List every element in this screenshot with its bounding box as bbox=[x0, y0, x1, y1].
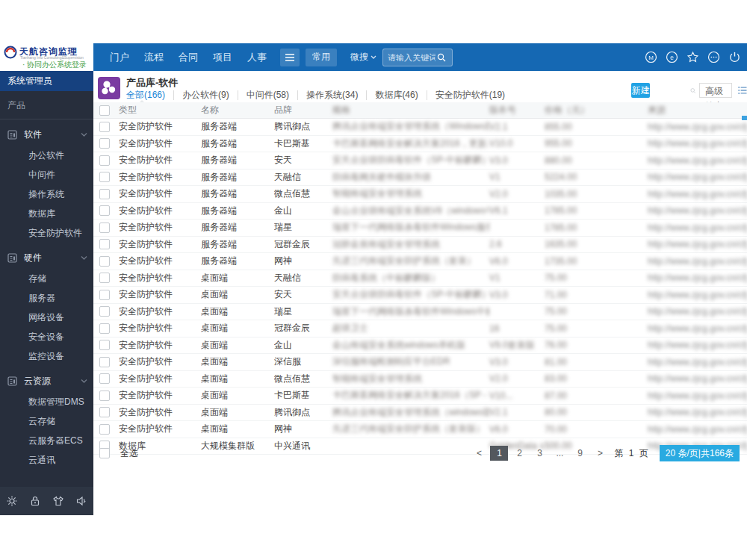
power-icon[interactable] bbox=[728, 51, 741, 63]
next-page-button[interactable]: > bbox=[591, 446, 609, 461]
nav-item[interactable]: 门户 bbox=[102, 51, 137, 64]
page-size-button[interactable]: 20 条/页|共166条 bbox=[660, 445, 740, 461]
table-row[interactable]: 安全防护软件桌面端微点佰慧智能终端安全管理系统V2.083.00http://w… bbox=[93, 371, 747, 388]
page-button-2[interactable]: 2 bbox=[510, 446, 528, 461]
row-checkbox[interactable] bbox=[99, 155, 110, 166]
tab-全部(166)[interactable]: 全部(166) bbox=[126, 90, 173, 100]
table-row[interactable]: 安全防护软件服务器端腾讯御点腾讯企业终端安全管理系统（Windows版）V2.1… bbox=[93, 119, 747, 136]
row-checkbox[interactable] bbox=[99, 290, 110, 300]
table-search-input[interactable] bbox=[657, 85, 690, 96]
speaker-icon[interactable] bbox=[75, 495, 87, 507]
table-row[interactable]: 安全防护软件服务器端卡巴斯基卡巴斯基网络安全解决方案2016，更新...V10.… bbox=[93, 136, 747, 153]
row-checkbox[interactable] bbox=[99, 391, 110, 401]
table-row[interactable]: 安全防护软件桌面端安天安天企业级防病毒软件（SP-中标麒麟）V3.0V3.071… bbox=[93, 287, 747, 304]
sidebar-group-硬件[interactable]: 硬件 bbox=[0, 246, 93, 269]
nav-item[interactable]: 人事 bbox=[240, 51, 274, 64]
row-checkbox[interactable] bbox=[99, 273, 110, 283]
tab-办公软件(9)[interactable]: 办公软件(9) bbox=[173, 90, 238, 100]
message-circle-icon[interactable]: e bbox=[666, 51, 678, 63]
sidebar-item-办公软件[interactable]: 办公软件 bbox=[0, 146, 93, 165]
row-checkbox[interactable] bbox=[99, 256, 110, 267]
sidebar: 系统管理员 产品 软件办公软件中间件操作系统数据库安全防护软件硬件存储服务器网络… bbox=[0, 71, 93, 515]
row-checkbox[interactable] bbox=[99, 189, 110, 199]
table-row[interactable]: 安全防护软件服务器端安天安天企业级防病毒软件（SP-中标麒麟）V3.0880.0… bbox=[93, 152, 747, 169]
advanced-search-button[interactable]: 高级搜索 bbox=[699, 83, 732, 98]
oa-login-link[interactable]: · 协同办公系统登录 bbox=[22, 60, 87, 70]
table-row[interactable]: 安全防护软件桌面端冠群金辰超级卫士1675.00http://www.zjcg.… bbox=[93, 320, 747, 337]
scrollbar-thumb[interactable] bbox=[742, 116, 747, 120]
sidebar-item-云存储[interactable]: 云存储 bbox=[0, 411, 93, 431]
row-checkbox[interactable] bbox=[99, 223, 110, 233]
sidebar-item-网络设备[interactable]: 网络设备 bbox=[0, 308, 93, 327]
row-checkbox[interactable] bbox=[99, 239, 110, 249]
sidebar-item-数据管理DMS[interactable]: 数据管理DMS bbox=[0, 392, 93, 411]
row-checkbox[interactable] bbox=[99, 172, 110, 182]
row-checkbox[interactable] bbox=[99, 205, 110, 216]
table-row[interactable]: 安全防护软件桌面端天融信防病毒系统（中标麒麟版）V175.00http://ww… bbox=[93, 270, 747, 287]
settings-gear-icon[interactable] bbox=[6, 495, 18, 507]
theme-shirt-icon[interactable] bbox=[52, 495, 64, 507]
sidebar-item-云通讯[interactable]: 云通讯 bbox=[0, 450, 93, 470]
more-circle-icon[interactable] bbox=[707, 51, 720, 63]
row-checkbox[interactable] bbox=[99, 424, 110, 435]
search-scope-dropdown[interactable]: 微搜 bbox=[350, 51, 376, 63]
global-search-input[interactable] bbox=[386, 52, 437, 63]
jump-page-input[interactable]: 1 bbox=[629, 448, 636, 458]
row-checkbox[interactable] bbox=[99, 306, 110, 317]
sidebar-item-数据库[interactable]: 数据库 bbox=[0, 204, 93, 223]
table-row[interactable]: 安全防护软件桌面端瑞星瑞星下一代网络版杀毒软件Windows中标版75.00ht… bbox=[93, 304, 747, 321]
sidebar-item-安全设备[interactable]: 安全设备 bbox=[0, 327, 93, 346]
tab-操作系统(34)[interactable]: 操作系统(34) bbox=[297, 90, 366, 100]
m-circle-icon[interactable]: M bbox=[645, 51, 657, 63]
page-button-1[interactable]: 1 bbox=[490, 446, 508, 461]
table-row[interactable]: 安全防护软件桌面端深信服深信服终端检测响应平台EDRV3.081.00http:… bbox=[93, 354, 747, 371]
table-row[interactable]: 安全防护软件服务器端天融信防病毒网关硬件模块升级V15224.00http://… bbox=[93, 169, 747, 187]
table-row[interactable]: 安全防护软件桌面端卡巴斯基卡巴斯基网络安全解决方案2016（SP - 中标...… bbox=[93, 388, 747, 405]
table-row[interactable]: 安全防护软件服务器端微点佰慧智能终端安全管理系统V2.01035.00http:… bbox=[93, 186, 747, 203]
sidebar-group-软件[interactable]: 软件 bbox=[0, 123, 93, 146]
sidebar-item-云服务器ECS[interactable]: 云服务器ECS bbox=[0, 431, 93, 450]
nav-item[interactable]: 合同 bbox=[171, 51, 205, 64]
row-checkbox[interactable] bbox=[99, 340, 110, 350]
row-checkbox[interactable] bbox=[99, 122, 110, 132]
hamburger-menu-button[interactable] bbox=[280, 49, 300, 66]
row-checkbox[interactable] bbox=[99, 138, 110, 149]
tab-中间件(58)[interactable]: 中间件(58) bbox=[238, 90, 297, 100]
page-button-3[interactable]: 3 bbox=[530, 446, 548, 461]
table-row[interactable]: 安全防护软件服务器端网神先进三代终端安全防护系统（套装）V6.01735.00h… bbox=[93, 253, 747, 270]
tab-安全防护软件(19)[interactable]: 安全防护软件(19) bbox=[427, 90, 513, 100]
page-button-9[interactable]: 9 bbox=[571, 446, 589, 461]
favorites-star-icon[interactable] bbox=[686, 51, 699, 63]
nav-item[interactable]: 项目 bbox=[205, 51, 240, 64]
table-row[interactable]: 安全防护软件服务器端金山金山企业级终端安全系统V8（windows中标版V6.1… bbox=[93, 203, 747, 220]
cell-source: http://www.zjcg.gov.cn/cfjcg/ bbox=[648, 424, 747, 435]
row-checkbox[interactable] bbox=[99, 323, 110, 334]
select-all-checkbox[interactable] bbox=[99, 448, 110, 458]
header-checkbox[interactable] bbox=[99, 105, 110, 116]
row-checkbox[interactable] bbox=[99, 373, 110, 384]
table-row[interactable]: 安全防护软件桌面端网神先进三代终端安全防护系统（套装版）V6.070.00htt… bbox=[93, 421, 747, 438]
sidebar-item-操作系统[interactable]: 操作系统 bbox=[0, 184, 93, 204]
table-row[interactable]: 安全防护软件服务器端瑞星瑞星下一代网络版杀毒软件Windows服务器版1785.… bbox=[93, 220, 747, 237]
table-row[interactable]: 安全防护软件桌面端腾讯御点腾讯企业终端安全管理系统（windows版）V2.1V… bbox=[93, 405, 747, 422]
sidebar-item-存储[interactable]: 存储 bbox=[0, 269, 93, 288]
sidebar-item-安全防护软件[interactable]: 安全防护软件 bbox=[0, 223, 93, 243]
jump-suffix: 页 bbox=[639, 448, 650, 458]
sidebar-group-云资源[interactable]: 云资源 bbox=[0, 370, 93, 392]
pinned-menu-button[interactable]: 常用 bbox=[306, 49, 337, 66]
table-row[interactable]: 安全防护软件服务器端冠群金辰冠群金辰终端安全管理系统2.61635.00http… bbox=[93, 237, 747, 254]
sidebar-item-中间件[interactable]: 中间件 bbox=[0, 165, 93, 184]
list-view-toggle-icon[interactable] bbox=[738, 85, 747, 96]
sidebar-item-监控设备[interactable]: 监控设备 bbox=[0, 346, 93, 366]
row-checkbox[interactable] bbox=[99, 357, 110, 367]
global-search-box[interactable] bbox=[382, 49, 453, 66]
sidebar-item-服务器[interactable]: 服务器 bbox=[0, 288, 93, 308]
chevron-down-icon bbox=[371, 55, 376, 60]
nav-item[interactable]: 流程 bbox=[137, 51, 171, 64]
lock-icon[interactable] bbox=[29, 495, 41, 507]
new-record-button[interactable]: 新建 bbox=[631, 83, 650, 98]
tab-数据库(46)[interactable]: 数据库(46) bbox=[366, 90, 426, 100]
row-checkbox[interactable] bbox=[99, 407, 110, 417]
table-row[interactable]: 安全防护软件桌面端金山金山终端安全系统windows单机版V9.0套装版76.0… bbox=[93, 337, 747, 355]
prev-page-button[interactable]: < bbox=[470, 446, 488, 461]
